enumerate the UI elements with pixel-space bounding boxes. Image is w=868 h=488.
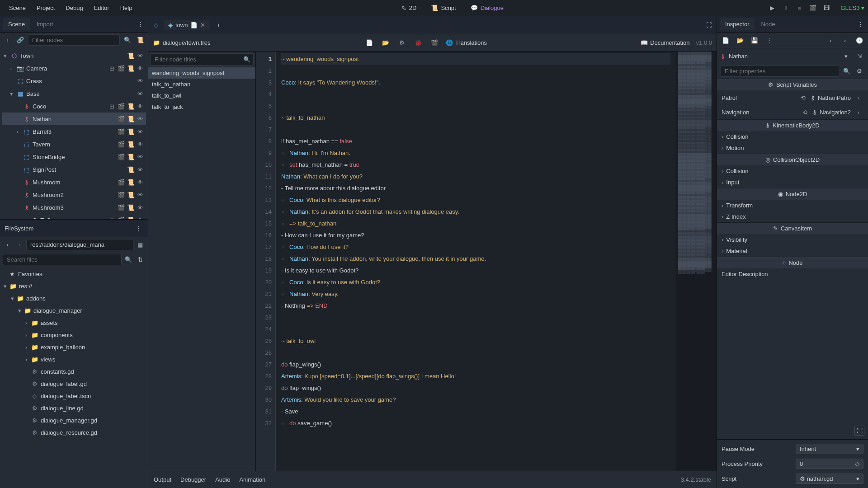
filter-properties-input[interactable] [721,66,839,77]
vis-icon[interactable]: 👁 [136,166,144,173]
inspector-section-header[interactable]: ○Node [717,257,868,268]
clapperboard-icon[interactable]: 🎬 [429,38,439,48]
scene-node-grass[interactable]: ⬚Grass👁 [2,75,146,87]
fs-item[interactable]: ▾📁dialogue_manager [2,305,146,317]
scene-icon[interactable]: 🎬 [117,192,125,198]
menu-debug[interactable]: Debug [60,2,88,14]
debugger-tab[interactable]: Debugger [180,476,206,483]
title-item[interactable]: talk_to_nathan [148,79,255,90]
fs-sort-icon[interactable]: ⇅ [135,255,145,265]
inspector-section-header[interactable]: ⚙Script Variables [717,79,868,90]
workspace-script[interactable]: 📜Script [427,3,459,13]
title-item[interactable]: talk_to_jack [148,101,255,113]
panel-menu-icon[interactable]: ⋮ [133,223,143,233]
link-node-button[interactable]: 🔗 [15,35,25,45]
inspector-category[interactable]: ›Input [717,177,868,188]
inspector-section-header[interactable]: ✎CanvasItem [717,222,868,234]
fs-item[interactable]: ⚙dialogue_line.gd [2,402,146,414]
new-resource-icon[interactable]: 📄 [721,35,731,45]
code-editor[interactable]: 1234567891011121314151617181920212223242… [256,52,717,471]
script-icon[interactable]: 📜 [127,154,135,160]
fullscreen-icon[interactable]: ⛶ [704,20,714,30]
fs-item[interactable]: ▾📁addons [2,292,146,305]
menu-editor[interactable]: Editor [89,2,115,14]
vis-icon[interactable]: 👁 [136,52,144,59]
vis-icon[interactable]: 👁 [136,204,144,211]
vis-icon[interactable]: 👁 [136,116,144,122]
panel-menu-icon[interactable]: ⋮ [855,19,865,29]
filter-options-icon[interactable]: ⚙ [854,66,864,76]
inspector-category[interactable]: ›Material [717,245,868,257]
load-resource-icon[interactable]: 📂 [735,35,745,45]
script-value[interactable]: ⚙ nathan.gd▾ [796,474,863,484]
history-back-icon[interactable]: ‹ [826,35,835,45]
scene-node-mushroom2[interactable]: ⚷Mushroom2🎬📜👁 [2,188,146,201]
more-icon[interactable]: ⋮ [764,35,774,45]
audio-tab[interactable]: Audio [215,476,230,483]
translations-button[interactable]: 🌐 Translations [446,39,487,46]
expand-description-icon[interactable]: ⛶ [854,426,864,436]
vis-icon[interactable]: 👁 [136,78,144,84]
fs-item[interactable]: ◇dialogue_label.tscn [2,390,146,402]
script-icon[interactable]: 📜 [127,204,135,211]
script-icon[interactable]: 📜 [127,116,135,122]
scene-node-stonebridge[interactable]: ⬚StoneBridge🎬📜👁 [2,150,146,163]
vis-icon[interactable]: 👁 [136,141,144,148]
scene-icon[interactable]: 🎬 [117,103,125,110]
title-item[interactable]: talk_to_owl [148,90,255,101]
workspace-dialogue[interactable]: 💬Dialogue [467,3,507,13]
play-scene-button[interactable]: 🎬 [808,3,818,13]
renderer-selector[interactable]: GLES3 ▾ [840,5,864,11]
fs-item[interactable]: ⚙dialogue_resource.gd [2,427,146,439]
inspector-section-header[interactable]: ⚷KinematicBody2D [717,119,868,131]
script-icon[interactable]: 📜 [127,52,135,59]
search-icon[interactable]: 🔍 [842,66,852,76]
fs-back-button[interactable]: ‹ [3,240,13,250]
open-folder-icon[interactable]: 📂 [381,38,391,48]
add-node-button[interactable]: + [3,35,13,45]
script-tab-town[interactable]: ◈ town 📄 ✕ [164,20,210,30]
filter-titles-input[interactable] [153,55,243,64]
fs-item[interactable]: ›📁views [2,353,146,366]
scene-node-mushroom[interactable]: ⚷Mushroom🎬📜👁 [2,176,146,188]
scene-icon[interactable]: 🎬 [117,179,125,186]
pause-mode-select[interactable]: Inherit▾ [796,444,863,454]
reset-icon[interactable]: ⟲ [798,93,808,103]
favorites-row[interactable]: ★ Favorites: [2,268,146,280]
history-menu-icon[interactable]: 🕓 [854,35,864,45]
fs-grid-icon[interactable]: ▤ [135,240,145,250]
inst-icon[interactable]: ⊞ [108,103,116,110]
reset-icon[interactable]: ⟲ [800,107,810,117]
scene-node-mushroom3[interactable]: ⚷Mushroom3🎬📜👁 [2,201,146,214]
inspector-section-header[interactable]: ◉Node2D [717,188,868,200]
inspector-category[interactable]: ›Visibility [717,234,868,245]
close-tab-button[interactable]: ✕ [200,22,205,28]
scene-icon[interactable]: 🎬 [117,116,125,122]
add-tab-button[interactable]: + [213,20,223,30]
scene-node-signpost[interactable]: ⬚SignPost📜👁 [2,163,146,176]
vis-icon[interactable]: 👁 [136,192,144,198]
history-fwd-icon[interactable]: › [840,35,850,45]
inspector-category[interactable]: ›Z Index [717,211,868,222]
save-resource-icon[interactable]: 💾 [750,35,760,45]
fs-item[interactable]: ⚙constants.gd [2,366,146,378]
tab-home-icon[interactable]: ◇ [151,20,161,30]
scene-node-town[interactable]: ▾⬡Town📜👁 [2,49,146,62]
menu-scene[interactable]: Scene [4,2,31,14]
panel-menu-icon[interactable]: ⋮ [135,19,145,29]
tab-node[interactable]: Node [755,18,780,30]
stop-button[interactable]: ■ [794,3,804,13]
fs-item[interactable]: ⚙dialogue_label.gd [2,378,146,390]
fs-item[interactable]: ›📁assets [2,317,146,329]
scene-node-tavern[interactable]: ⬚Tavern🎬📜👁 [2,138,146,150]
search-icon[interactable]: 🔍 [123,255,133,265]
scene-node-base[interactable]: ▾▦Base👁 [2,87,146,100]
inspector-category[interactable]: ›Collision [717,131,868,142]
tab-scene[interactable]: Scene [3,18,30,30]
search-icon[interactable]: 🔍 [243,56,250,63]
expand-props-icon[interactable]: ⇲ [854,51,864,61]
script-attach-icon[interactable]: 📜 [135,35,145,45]
script-icon[interactable]: 📜 [127,65,135,72]
fs-search-input[interactable] [3,254,122,265]
pause-button[interactable]: ⏸ [781,3,791,13]
